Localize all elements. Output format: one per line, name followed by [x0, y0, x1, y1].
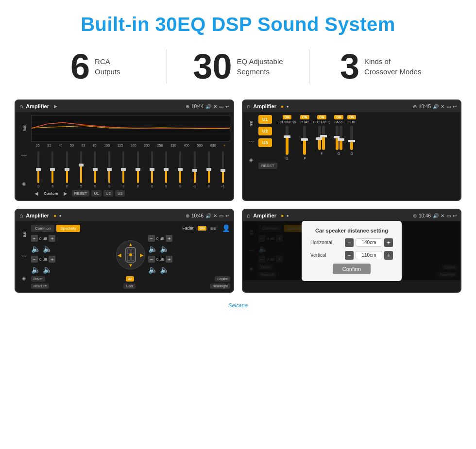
- loudness-slider[interactable]: [286, 126, 289, 155]
- volume-icon-3[interactable]: 🔊: [205, 213, 211, 218]
- fader-minus-3[interactable]: −: [148, 256, 155, 263]
- sub-on-badge[interactable]: ON: [347, 115, 357, 119]
- u3-button-eq1[interactable]: U3: [115, 190, 125, 197]
- u1-button-eq1[interactable]: U1: [91, 190, 101, 197]
- horizontal-plus-btn[interactable]: +: [384, 238, 393, 247]
- home-icon-3[interactable]: ⌂: [19, 212, 23, 219]
- reset-button-eq1[interactable]: RESET: [72, 190, 90, 197]
- driver-button[interactable]: Driver: [31, 276, 45, 282]
- dot-icon-3: ■: [54, 214, 56, 218]
- copilot-button[interactable]: Copilot: [215, 276, 230, 282]
- eq-nav-icon-1[interactable]: 🎛: [21, 125, 27, 131]
- fader-nav-icon-3[interactable]: ◈: [22, 275, 26, 282]
- fader-btn-row-2: RearLeft User RearRight: [31, 283, 230, 289]
- u-buttons-col: U1 U2 U3: [258, 115, 272, 160]
- u3-button[interactable]: U3: [258, 138, 272, 147]
- eq-graph: [31, 115, 230, 142]
- back-icon[interactable]: ↩: [225, 104, 229, 109]
- minimize-icon[interactable]: ▭: [219, 104, 223, 109]
- location-icon: ⊕: [186, 104, 189, 109]
- fader-plus-0[interactable]: +: [49, 235, 55, 242]
- eq-nav-icon-3[interactable]: ◈: [22, 181, 26, 187]
- minimize-icon-3[interactable]: ▭: [219, 213, 223, 218]
- close-icon-4[interactable]: ✕: [441, 213, 444, 218]
- rearright-button[interactable]: RearRight: [210, 283, 230, 289]
- slider-track-9[interactable]: [165, 151, 167, 183]
- slider-track-13[interactable]: [222, 151, 224, 183]
- volume-icon-4[interactable]: 🔊: [433, 213, 439, 218]
- prev-button[interactable]: ◀: [32, 190, 41, 197]
- back-icon-4[interactable]: ↩: [453, 213, 457, 218]
- volume-icon[interactable]: 🔊: [205, 104, 211, 109]
- slider-track-12[interactable]: [208, 151, 210, 183]
- fader2-content: 🎛 〰 ◈ Common Specialty ON ≡≡ 👤: [243, 221, 460, 280]
- amp-nav-icon-3[interactable]: ◈: [249, 157, 253, 163]
- slider-track-6[interactable]: [122, 151, 124, 183]
- close-icon-2[interactable]: ✕: [441, 104, 444, 109]
- all-button[interactable]: All: [126, 276, 135, 282]
- watermark: Seicane: [0, 302, 476, 312]
- tab-specialty[interactable]: Specialty: [56, 225, 80, 232]
- amp-nav-icon-2[interactable]: 〰: [249, 139, 254, 145]
- back-icon-3[interactable]: ↩: [225, 213, 229, 218]
- slider-track-1[interactable]: [51, 151, 53, 183]
- slider-track-7[interactable]: [137, 151, 139, 183]
- sub-slider[interactable]: [350, 126, 353, 150]
- slider-track-4[interactable]: [94, 151, 96, 183]
- slider-track-3[interactable]: [80, 151, 82, 183]
- vertical-plus-btn[interactable]: +: [384, 251, 393, 260]
- cutfreq-slider-1[interactable]: [318, 126, 321, 150]
- eq-freq-labels: 25 32 40 50 63 80 100 125 160 200 250 32…: [31, 144, 230, 147]
- fader-plus-3[interactable]: +: [166, 256, 172, 263]
- slider-track-11[interactable]: [194, 151, 196, 183]
- home-icon-2[interactable]: ⌂: [247, 103, 250, 110]
- home-icon[interactable]: ⌂: [19, 103, 23, 110]
- fader-nav-icon-1[interactable]: 🎛: [21, 232, 27, 237]
- loudness-on-badge[interactable]: ON: [283, 115, 292, 119]
- user-button[interactable]: User: [123, 283, 136, 289]
- topbar-fader1: ⌂ Amplifier ■ ● ⊕ 10:46 🔊 ✕ ▭ ↩: [16, 210, 233, 221]
- rearleft-button[interactable]: RearLeft: [31, 283, 49, 289]
- cutfreq-slider-2[interactable]: [322, 126, 325, 150]
- slider-track-2[interactable]: [66, 151, 68, 183]
- amp-nav-icon-1[interactable]: 🎛: [249, 121, 254, 127]
- close-icon[interactable]: ✕: [213, 104, 217, 109]
- slider-track-8[interactable]: [151, 151, 153, 183]
- eq-nav-icon-2[interactable]: 〰: [21, 153, 27, 159]
- fader-plus-2[interactable]: +: [166, 235, 172, 242]
- eq1-main: 25 32 40 50 63 80 100 125 160 200 250 32…: [31, 115, 230, 197]
- u2-button[interactable]: U2: [258, 127, 272, 135]
- next-button[interactable]: ▶: [61, 190, 70, 197]
- tab-common[interactable]: Common: [31, 225, 54, 232]
- fader-minus-1[interactable]: −: [31, 256, 38, 263]
- u2-button-eq1[interactable]: U2: [103, 190, 113, 197]
- slider-track-10[interactable]: [179, 151, 181, 183]
- volume-icon-2[interactable]: 🔊: [433, 104, 439, 109]
- bass-slider-1[interactable]: [336, 126, 339, 150]
- horizontal-minus-btn[interactable]: −: [345, 238, 354, 247]
- minimize-icon-2[interactable]: ▭: [446, 104, 451, 109]
- phat-slider[interactable]: [303, 126, 306, 155]
- fader-minus-2[interactable]: −: [148, 235, 155, 242]
- cutfreq-on-badge[interactable]: ON: [317, 115, 326, 119]
- u1-button[interactable]: U1: [258, 115, 272, 124]
- phat-on-badge[interactable]: ON: [300, 115, 309, 119]
- play-icon[interactable]: ▶: [54, 104, 57, 109]
- bass-slider-2[interactable]: [340, 126, 342, 150]
- reset-button-eq2[interactable]: RESET: [258, 163, 277, 169]
- confirm-button[interactable]: Confirm: [333, 264, 371, 274]
- slider-track-5[interactable]: [108, 151, 110, 183]
- fader-nav-icon-2[interactable]: 〰: [21, 253, 27, 259]
- watermark-text: Seicane: [228, 302, 248, 308]
- fader-joystick[interactable]: ▲ ▼ ◀ ▶: [116, 240, 145, 269]
- fader-on-badge[interactable]: ON: [198, 226, 207, 231]
- close-icon-3[interactable]: ✕: [213, 213, 217, 218]
- slider-track-0[interactable]: [37, 151, 39, 183]
- back-icon-2[interactable]: ↩: [453, 104, 457, 109]
- bass-on-badge[interactable]: ON: [334, 115, 343, 119]
- minimize-icon-4[interactable]: ▭: [446, 213, 451, 218]
- vertical-minus-btn[interactable]: −: [345, 251, 354, 260]
- home-icon-4[interactable]: ⌂: [247, 212, 250, 219]
- fader-plus-1[interactable]: +: [49, 256, 55, 263]
- fader-minus-0[interactable]: −: [31, 235, 38, 242]
